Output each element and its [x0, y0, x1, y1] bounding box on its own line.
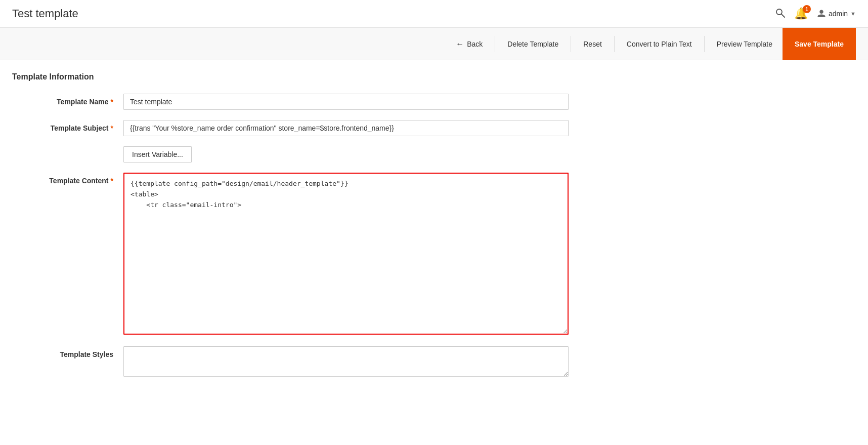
template-styles-field: [123, 346, 569, 378]
template-subject-input[interactable]: [123, 120, 569, 136]
admin-dropdown-icon: ▼: [850, 11, 856, 17]
header-right: 🔔 1 admin ▼: [775, 7, 856, 20]
required-star-name: *: [111, 98, 113, 106]
insert-variable-field: Insert Variable...: [123, 146, 192, 163]
toolbar-divider-3: [614, 36, 615, 52]
admin-menu[interactable]: admin ▼: [817, 9, 856, 18]
form-container: Template Name* Template Subject*: [12, 94, 569, 378]
toolbar-divider-4: [704, 36, 705, 52]
template-name-label: Template Name*: [12, 94, 123, 106]
search-button[interactable]: [775, 8, 785, 20]
template-content-field: {{template config_path="design/email/hea…: [123, 173, 569, 336]
back-arrow-icon: ←: [456, 39, 464, 49]
toolbar-divider-2: [571, 36, 571, 52]
insert-variable-button[interactable]: Insert Variable...: [123, 146, 192, 163]
required-star-content: *: [111, 177, 113, 185]
template-subject-field: [123, 120, 569, 136]
action-toolbar: ← Back Delete Template Reset Convert to …: [0, 28, 868, 60]
main-content: Template Information Template Name* Temp…: [0, 60, 868, 400]
template-styles-row: Template Styles: [12, 346, 569, 378]
template-name-row: Template Name*: [12, 94, 569, 110]
convert-to-plain-text-button[interactable]: Convert to Plain Text: [617, 35, 702, 53]
notification-button[interactable]: 🔔 1: [794, 7, 808, 20]
page-title: Test template: [12, 7, 78, 20]
template-name-field: [123, 94, 569, 110]
toolbar-divider-1: [495, 36, 495, 52]
reset-button[interactable]: Reset: [573, 35, 612, 53]
admin-label: admin: [829, 10, 848, 18]
delete-template-button[interactable]: Delete Template: [497, 35, 569, 53]
template-subject-label: Template Subject*: [12, 120, 123, 132]
section-title: Template Information: [12, 72, 856, 82]
template-styles-textarea[interactable]: [123, 346, 569, 377]
template-content-textarea[interactable]: {{template config_path="design/email/hea…: [123, 173, 569, 335]
template-subject-row: Template Subject*: [12, 120, 569, 136]
template-name-input[interactable]: [123, 94, 569, 110]
notification-badge: 1: [803, 5, 811, 13]
template-styles-label: Template Styles: [12, 346, 123, 358]
save-template-button[interactable]: Save Template: [783, 28, 856, 60]
insert-variable-row: Insert Variable...: [12, 146, 569, 163]
svg-point-0: [776, 9, 782, 15]
top-header: Test template 🔔 1 admin ▼: [0, 0, 868, 28]
preview-template-button[interactable]: Preview Template: [707, 35, 783, 53]
required-star-subject: *: [111, 124, 113, 132]
template-content-label: Template Content*: [12, 173, 123, 185]
back-button[interactable]: ← Back: [446, 34, 493, 54]
svg-line-1: [782, 14, 785, 17]
template-content-row: Template Content* {{template config_path…: [12, 173, 569, 336]
